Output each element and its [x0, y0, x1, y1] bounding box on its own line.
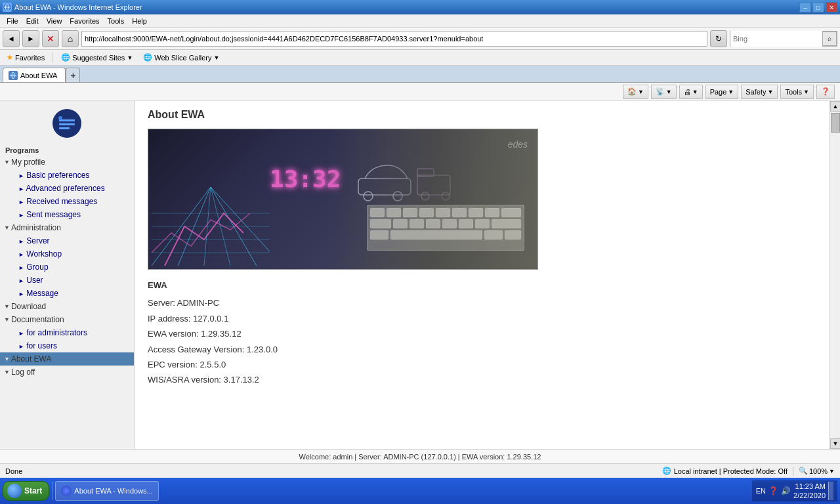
sidebar-item-for-administrators[interactable]: ► for administrators: [0, 326, 134, 339]
sidebar-item-basic-preferences[interactable]: ► Basic preferences: [0, 169, 134, 182]
home-button[interactable]: ⌂: [62, 30, 79, 47]
sidebar-item-download[interactable]: ▼ Download: [0, 300, 134, 313]
ewa-version-value: 1.29.35.12: [201, 329, 241, 339]
forward-button[interactable]: ►: [22, 30, 39, 47]
refresh-button[interactable]: ✕: [42, 30, 59, 47]
chevron-safety: ▼: [767, 89, 773, 95]
rss-icon: 📡: [656, 87, 665, 96]
search-input[interactable]: [730, 31, 822, 47]
sidebar-item-my-profile[interactable]: ▼ My profile: [0, 156, 134, 169]
help-btn[interactable]: ❓: [816, 85, 835, 99]
arrow-down-icon5: ▼: [4, 356, 10, 362]
title-bar: About EWA - Windows Internet Explorer – …: [0, 0, 840, 14]
scroll-track[interactable]: ▲ ▼: [830, 101, 840, 449]
refresh-page-button[interactable]: ↻: [710, 30, 727, 47]
tab-label: About EWA: [20, 72, 57, 79]
start-label: Start: [24, 486, 42, 495]
arrow-right-icon2: ►: [18, 186, 24, 192]
arrow-right-icon4: ►: [18, 212, 24, 219]
taskbar-ie-label: About EWA - Windows...: [74, 487, 152, 495]
page-btn[interactable]: Page ▼: [705, 85, 739, 99]
arrow-right-icon9: ►: [18, 291, 24, 297]
close-button[interactable]: ✕: [826, 2, 837, 12]
rss-btn[interactable]: 📡 ▼: [651, 85, 677, 99]
suggested-sites-item[interactable]: 🌐 Suggested Sites ▼: [58, 52, 135, 63]
tools-btn[interactable]: Tools ▼: [780, 85, 814, 99]
web-slice-item[interactable]: 🌐 Web Slice Gallery ▼: [140, 52, 222, 63]
programs-label: Programs: [0, 145, 134, 156]
menu-view[interactable]: View: [43, 14, 66, 27]
zone-text: Local intranet | Protected Mode: Off: [674, 467, 788, 475]
sidebar-item-message[interactable]: ► Message: [0, 287, 134, 300]
svg-rect-45: [492, 219, 521, 228]
show-desktop-icon[interactable]: [828, 482, 833, 500]
svg-rect-37: [501, 208, 521, 217]
favorites-label: Favorites: [15, 54, 45, 62]
favorites-button[interactable]: ★ Favorites: [4, 52, 47, 63]
sidebar: Programs ▼ My profile ► Basic preference…: [0, 101, 135, 449]
menu-file[interactable]: File: [3, 14, 22, 27]
tools-label: Tools: [785, 88, 802, 96]
ie-small-icon: 🌐: [61, 53, 70, 62]
scroll-up-button[interactable]: ▲: [830, 101, 840, 112]
sidebar-item-user[interactable]: ► User: [0, 274, 134, 287]
svg-rect-48: [484, 230, 503, 240]
chevron-rss: ▼: [666, 89, 672, 95]
sidebar-logo: [0, 106, 134, 145]
print-btn[interactable]: 🖨 ▼: [679, 85, 703, 99]
wis-value: 3.17.13.2: [224, 375, 259, 385]
menu-help[interactable]: Help: [128, 14, 151, 27]
menu-tools[interactable]: Tools: [104, 14, 129, 27]
nav-bar: ◄ ► ✕ ⌂ ↻ ⌕: [0, 28, 840, 50]
tab-about-ewa[interactable]: About EWA: [3, 68, 66, 82]
tab-bar: About EWA +: [0, 66, 840, 83]
speaker-icon[interactable]: 🔊: [781, 486, 791, 495]
keyboard-svg: [367, 205, 524, 251]
sidebar-item-group[interactable]: ► Group: [0, 261, 134, 274]
safety-btn[interactable]: Safety ▼: [741, 85, 778, 99]
sidebar-item-documentation[interactable]: ▼ Documentation: [0, 313, 134, 326]
start-button[interactable]: Start: [3, 481, 49, 501]
sidebar-item-received-messages[interactable]: ► Received messages: [0, 195, 134, 208]
svg-rect-34: [452, 208, 467, 217]
sidebar-item-server[interactable]: ► Server: [0, 234, 134, 247]
arrow-down-icon2: ▼: [4, 224, 10, 231]
sidebar-item-advanced-preferences[interactable]: ► Advanced preferences: [0, 182, 134, 195]
taskbar: Start About EWA - Windows... EN ❓ 🔊 11:2…: [0, 478, 840, 504]
scroll-down-button[interactable]: ▼: [830, 438, 840, 449]
new-tab-button[interactable]: +: [66, 68, 80, 82]
ip-label: IP address:: [148, 314, 191, 324]
status-zoom: 🔍 100% ▼: [799, 467, 835, 475]
menu-edit[interactable]: Edit: [22, 14, 43, 27]
home-icon-btn[interactable]: 🏠 ▼: [623, 85, 648, 99]
sidebar-item-administration[interactable]: ▼ Administration: [0, 221, 134, 234]
maximize-button[interactable]: □: [812, 2, 824, 12]
globe-icon: 🌐: [662, 467, 671, 475]
address-bar[interactable]: [81, 31, 707, 47]
clock-date: 2/22/2020: [793, 491, 826, 500]
back-button[interactable]: ◄: [3, 30, 20, 47]
server-row: Server: ADMIN-PC: [148, 295, 816, 310]
menu-favorites[interactable]: Favorites: [66, 14, 103, 27]
scroll-thumb[interactable]: [831, 113, 840, 133]
chevron-tools: ▼: [803, 89, 809, 95]
search-button[interactable]: ⌕: [822, 32, 837, 46]
sidebar-item-for-users[interactable]: ► for users: [0, 339, 134, 352]
svg-rect-41: [426, 219, 440, 228]
ie-icon: [3, 3, 12, 12]
info-section: EWA Server: ADMIN-PC IP address: 127.0.0…: [148, 278, 816, 388]
sidebar-item-workshop[interactable]: ► Workshop: [0, 247, 134, 261]
access-gateway-value: 1.23.0.0: [247, 345, 278, 354]
svg-rect-29: [370, 208, 385, 217]
status-bar: Done 🌐 Local intranet | Protected Mode: …: [0, 463, 840, 478]
sidebar-item-log-off[interactable]: ▼ Log off: [0, 366, 134, 379]
wis-row: WIS/ASRA version: 3.17.13.2: [148, 372, 816, 387]
chevron-home: ▼: [638, 89, 644, 95]
minimize-button[interactable]: –: [799, 2, 811, 12]
taskbar-ie-button[interactable]: About EWA - Windows...: [55, 481, 158, 501]
title-bar-buttons[interactable]: – □ ✕: [799, 2, 837, 12]
sidebar-item-about-ewa[interactable]: ▼ About EWA: [0, 352, 134, 366]
arrow-right-icon10: ►: [18, 330, 24, 337]
sidebar-item-sent-messages[interactable]: ► Sent messages: [0, 208, 134, 221]
svg-rect-36: [485, 208, 499, 217]
